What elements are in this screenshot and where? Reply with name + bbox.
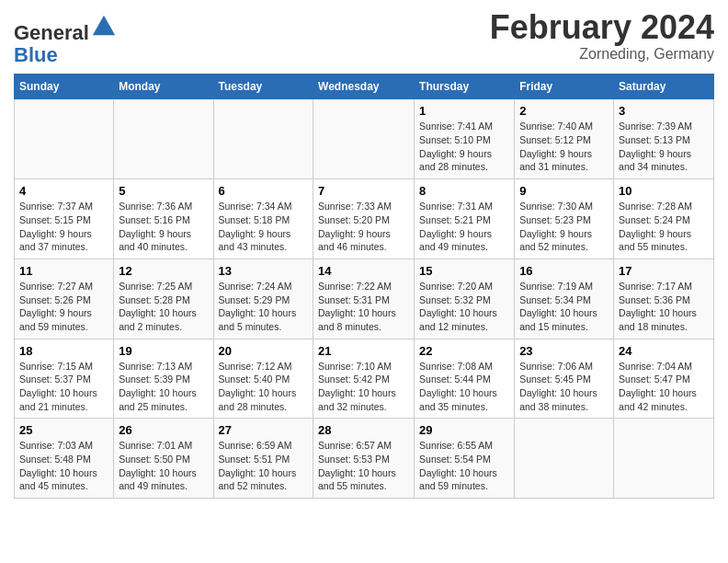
day-number: 8 (419, 184, 509, 198)
calendar-cell: 18Sunrise: 7:15 AMSunset: 5:37 PMDayligh… (15, 339, 114, 419)
calendar-cell: 21Sunrise: 7:10 AMSunset: 5:42 PMDayligh… (313, 339, 415, 419)
day-info: Sunrise: 7:17 AMSunset: 5:36 PMDaylight:… (619, 280, 709, 334)
calendar-cell (313, 99, 415, 179)
calendar-cell: 14Sunrise: 7:22 AMSunset: 5:31 PMDayligh… (313, 259, 415, 339)
day-info: Sunrise: 7:19 AMSunset: 5:34 PMDaylight:… (519, 280, 609, 334)
week-row-4: 25Sunrise: 7:03 AMSunset: 5:48 PMDayligh… (15, 419, 714, 499)
header-wednesday: Wednesday (313, 75, 415, 99)
day-number: 19 (119, 344, 208, 358)
calendar-cell (15, 99, 114, 179)
day-number: 28 (318, 423, 409, 437)
day-number: 5 (119, 184, 208, 198)
calendar-cell: 26Sunrise: 7:01 AMSunset: 5:50 PMDayligh… (114, 419, 213, 499)
day-info: Sunrise: 7:13 AMSunset: 5:39 PMDaylight:… (119, 360, 208, 414)
calendar-cell: 6Sunrise: 7:34 AMSunset: 5:18 PMDaylight… (213, 179, 313, 259)
calendar-cell: 28Sunrise: 6:57 AMSunset: 5:53 PMDayligh… (313, 419, 415, 499)
day-info: Sunrise: 7:03 AMSunset: 5:48 PMDaylight:… (19, 439, 108, 493)
logo-blue-text: Blue (14, 43, 58, 66)
day-number: 9 (519, 184, 609, 198)
header-thursday: Thursday (415, 75, 515, 99)
day-info: Sunrise: 7:01 AMSunset: 5:50 PMDaylight:… (119, 439, 208, 493)
calendar-body: 1Sunrise: 7:41 AMSunset: 5:10 PMDaylight… (15, 99, 714, 499)
week-row-2: 11Sunrise: 7:27 AMSunset: 5:26 PMDayligh… (15, 259, 714, 339)
day-number: 13 (219, 264, 309, 278)
day-info: Sunrise: 7:15 AMSunset: 5:37 PMDaylight:… (19, 360, 108, 414)
calendar-header: SundayMondayTuesdayWednesdayThursdayFrid… (15, 75, 714, 99)
logo-general-text: General (14, 21, 89, 44)
day-number: 15 (419, 264, 509, 278)
calendar-cell: 17Sunrise: 7:17 AMSunset: 5:36 PMDayligh… (614, 259, 714, 339)
calendar-cell: 10Sunrise: 7:28 AMSunset: 5:24 PMDayligh… (614, 179, 714, 259)
header-monday: Monday (114, 75, 213, 99)
day-info: Sunrise: 7:33 AMSunset: 5:20 PMDaylight:… (318, 200, 409, 254)
calendar-cell: 13Sunrise: 7:24 AMSunset: 5:29 PMDayligh… (213, 259, 313, 339)
day-number: 22 (419, 344, 509, 358)
calendar-cell: 9Sunrise: 7:30 AMSunset: 5:23 PMDaylight… (515, 179, 614, 259)
day-number: 6 (219, 184, 309, 198)
week-row-1: 4Sunrise: 7:37 AMSunset: 5:15 PMDaylight… (15, 179, 714, 259)
day-number: 4 (19, 184, 108, 198)
day-number: 26 (119, 423, 208, 437)
day-number: 7 (318, 184, 409, 198)
calendar-cell: 23Sunrise: 7:06 AMSunset: 5:45 PMDayligh… (515, 339, 614, 419)
day-info: Sunrise: 7:04 AMSunset: 5:47 PMDaylight:… (619, 360, 709, 414)
calendar-cell (114, 99, 213, 179)
day-number: 1 (419, 104, 509, 118)
title-block: February 2024 Zorneding, Germany (490, 9, 714, 63)
calendar-cell: 12Sunrise: 7:25 AMSunset: 5:28 PMDayligh… (114, 259, 213, 339)
day-info: Sunrise: 6:55 AMSunset: 5:54 PMDaylight:… (419, 439, 509, 493)
day-info: Sunrise: 7:36 AMSunset: 5:16 PMDaylight:… (119, 200, 208, 254)
day-info: Sunrise: 7:12 AMSunset: 5:40 PMDaylight:… (219, 360, 309, 414)
header-saturday: Saturday (614, 75, 714, 99)
header-tuesday: Tuesday (213, 75, 313, 99)
day-info: Sunrise: 7:34 AMSunset: 5:18 PMDaylight:… (219, 200, 309, 254)
calendar-cell: 2Sunrise: 7:40 AMSunset: 5:12 PMDaylight… (515, 99, 614, 179)
calendar-cell: 25Sunrise: 7:03 AMSunset: 5:48 PMDayligh… (15, 419, 114, 499)
calendar-cell: 16Sunrise: 7:19 AMSunset: 5:34 PMDayligh… (515, 259, 614, 339)
calendar-cell: 5Sunrise: 7:36 AMSunset: 5:16 PMDaylight… (114, 179, 213, 259)
day-number: 3 (619, 104, 709, 118)
day-number: 18 (19, 344, 108, 358)
day-number: 11 (19, 264, 108, 278)
day-number: 20 (219, 344, 309, 358)
day-info: Sunrise: 6:59 AMSunset: 5:51 PMDaylight:… (219, 439, 309, 493)
calendar-cell: 4Sunrise: 7:37 AMSunset: 5:15 PMDaylight… (15, 179, 114, 259)
day-info: Sunrise: 7:30 AMSunset: 5:23 PMDaylight:… (519, 200, 609, 254)
calendar-cell: 3Sunrise: 7:39 AMSunset: 5:13 PMDaylight… (614, 99, 714, 179)
day-number: 23 (519, 344, 609, 358)
day-info: Sunrise: 7:31 AMSunset: 5:21 PMDaylight:… (419, 200, 509, 254)
day-number: 17 (619, 264, 709, 278)
calendar-cell: 29Sunrise: 6:55 AMSunset: 5:54 PMDayligh… (415, 419, 515, 499)
day-number: 24 (619, 344, 709, 358)
day-info: Sunrise: 7:20 AMSunset: 5:32 PMDaylight:… (419, 280, 509, 334)
day-info: Sunrise: 7:24 AMSunset: 5:29 PMDaylight:… (219, 280, 309, 334)
header-row: SundayMondayTuesdayWednesdayThursdayFrid… (15, 75, 714, 99)
day-number: 14 (318, 264, 409, 278)
calendar-cell: 20Sunrise: 7:12 AMSunset: 5:40 PMDayligh… (213, 339, 313, 419)
day-number: 10 (619, 184, 709, 198)
day-number: 25 (19, 423, 108, 437)
calendar-cell: 22Sunrise: 7:08 AMSunset: 5:44 PMDayligh… (415, 339, 515, 419)
page-header: General Blue February 2024 Zorneding, Ge… (14, 9, 714, 66)
day-info: Sunrise: 7:41 AMSunset: 5:10 PMDaylight:… (419, 120, 509, 174)
day-info: Sunrise: 6:57 AMSunset: 5:53 PMDaylight:… (318, 439, 409, 493)
week-row-0: 1Sunrise: 7:41 AMSunset: 5:10 PMDaylight… (15, 99, 714, 179)
calendar-cell: 24Sunrise: 7:04 AMSunset: 5:47 PMDayligh… (614, 339, 714, 419)
day-info: Sunrise: 7:39 AMSunset: 5:13 PMDaylight:… (619, 120, 709, 174)
day-number: 16 (519, 264, 609, 278)
calendar-cell: 27Sunrise: 6:59 AMSunset: 5:51 PMDayligh… (213, 419, 313, 499)
day-info: Sunrise: 7:28 AMSunset: 5:24 PMDaylight:… (619, 200, 709, 254)
day-info: Sunrise: 7:25 AMSunset: 5:28 PMDaylight:… (119, 280, 208, 334)
calendar-table: SundayMondayTuesdayWednesdayThursdayFrid… (14, 74, 714, 499)
day-info: Sunrise: 7:37 AMSunset: 5:15 PMDaylight:… (19, 200, 108, 254)
calendar-cell (614, 419, 714, 499)
calendar-cell (213, 99, 313, 179)
day-info: Sunrise: 7:06 AMSunset: 5:45 PMDaylight:… (519, 360, 609, 414)
day-info: Sunrise: 7:40 AMSunset: 5:12 PMDaylight:… (519, 120, 609, 174)
logo: General Blue (14, 14, 117, 66)
header-sunday: Sunday (15, 75, 114, 99)
day-number: 21 (318, 344, 409, 358)
calendar-cell: 8Sunrise: 7:31 AMSunset: 5:21 PMDaylight… (415, 179, 515, 259)
logo-icon (91, 14, 117, 40)
day-info: Sunrise: 7:10 AMSunset: 5:42 PMDaylight:… (318, 360, 409, 414)
